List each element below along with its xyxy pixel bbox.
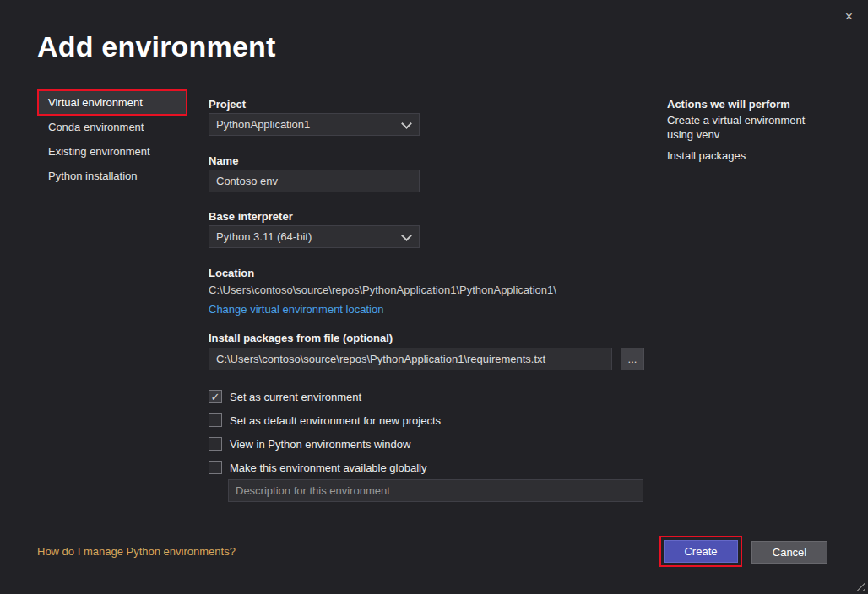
checkbox-label: Make this environment available globally <box>230 462 426 474</box>
environment-type-tabs: Virtual environment Conda environment Ex… <box>39 91 186 189</box>
checkbox-make-environment-available-globally[interactable]: ✓ Make this environment available global… <box>209 461 426 474</box>
red-highlight-box: Create <box>659 536 742 567</box>
location-path: C:\Users\contoso\source\repos\PythonAppl… <box>209 284 556 296</box>
chevron-down-icon <box>401 230 412 241</box>
sidebar-item-existing-environment[interactable]: Existing environment <box>39 140 186 163</box>
checkbox-set-as-default-environment[interactable]: ✓ Set as default environment for new pro… <box>209 413 441 427</box>
actions-panel-item: Install packages <box>667 149 812 164</box>
checkbox-set-as-current-environment[interactable]: ✓ Set as current environment <box>209 390 361 403</box>
checkbox-label: Set as default environment for new proje… <box>230 414 441 427</box>
actions-panel-item: Create a virtual environment using venv <box>667 114 812 143</box>
name-label: Name <box>209 154 238 167</box>
sidebar-item-virtual-environment[interactable]: Virtual environment <box>39 91 186 114</box>
project-label: Project <box>209 98 246 111</box>
checkbox-label: View in Python environments window <box>230 438 410 451</box>
sidebar-item-label: Conda environment <box>48 121 144 133</box>
checkbox-label: Set as current environment <box>230 391 361 403</box>
checkbox-box[interactable]: ✓ <box>209 413 222 427</box>
browse-button[interactable]: ... <box>621 348 644 370</box>
checkbox-view-in-python-environments-window[interactable]: ✓ View in Python environments window <box>209 437 410 451</box>
page-title: Add environment <box>37 30 276 63</box>
install-packages-label: Install packages from file (optional) <box>209 332 393 344</box>
packages-file-input[interactable] <box>209 348 612 370</box>
close-icon[interactable]: × <box>840 7 858 27</box>
checkbox-box[interactable]: ✓ <box>209 461 222 474</box>
project-select[interactable]: PythonApplication1 <box>209 113 420 136</box>
create-button[interactable]: Create <box>664 540 738 563</box>
check-icon: ✓ <box>211 392 220 402</box>
add-environment-dialog: × Add environment Virtual environment Co… <box>0 0 868 594</box>
cancel-button[interactable]: Cancel <box>751 541 827 564</box>
description-input[interactable] <box>228 479 643 502</box>
checkbox-box[interactable]: ✓ <box>209 437 222 451</box>
project-select-value: PythonApplication1 <box>216 118 310 131</box>
base-interpreter-label: Base interpreter <box>209 210 293 223</box>
resize-grip-icon[interactable] <box>855 581 865 591</box>
sidebar-item-label: Existing environment <box>48 145 150 158</box>
sidebar-item-label: Virtual environment <box>48 96 143 109</box>
base-interpreter-select[interactable]: Python 3.11 (64-bit) <box>209 225 420 248</box>
sidebar-item-python-installation[interactable]: Python installation <box>39 165 186 187</box>
help-link[interactable]: How do I manage Python environments? <box>37 545 236 558</box>
location-label: Location <box>209 267 254 279</box>
name-input[interactable] <box>209 170 420 192</box>
actions-panel: Actions we will perform Create a virtual… <box>667 98 812 170</box>
change-location-link[interactable]: Change virtual environment location <box>209 303 383 316</box>
checkbox-box[interactable]: ✓ <box>209 390 222 403</box>
sidebar-item-conda-environment[interactable]: Conda environment <box>39 116 186 138</box>
chevron-down-icon <box>401 118 412 129</box>
actions-panel-title: Actions we will perform <box>667 98 812 111</box>
base-interpreter-select-value: Python 3.11 (64-bit) <box>216 230 312 243</box>
sidebar-item-label: Python installation <box>48 170 138 182</box>
